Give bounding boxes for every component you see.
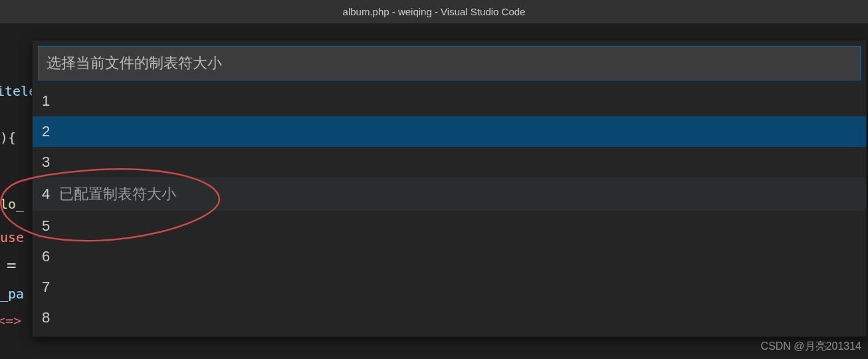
titlebar: album.php - weiqing - Visual Studio Code	[0, 0, 868, 23]
code-fragment: use	[0, 229, 24, 245]
code-fragment: itele	[0, 83, 32, 99]
quick-pick-list: 1234已配置制表符大小5678	[33, 86, 866, 336]
option-item-6[interactable]: 6	[33, 241, 866, 272]
quick-pick-input[interactable]: 选择当前文件的制表符大小	[38, 46, 861, 80]
option-label: 2	[42, 123, 50, 140]
option-label: 5	[42, 217, 50, 235]
option-item-1[interactable]: 1	[33, 86, 866, 116]
code-fragment: lo_	[0, 196, 24, 212]
option-label: 4	[42, 185, 50, 203]
option-label: 8	[42, 309, 50, 326]
code-fragment: <=>	[0, 312, 21, 328]
option-label: 3	[42, 154, 50, 171]
code-fragment: _pa	[0, 286, 24, 302]
option-description: 已配置制表符大小	[59, 184, 176, 204]
option-label: 1	[42, 92, 50, 110]
quick-pick-panel: 选择当前文件的制表符大小 1234已配置制表符大小5678	[32, 40, 867, 337]
option-item-3[interactable]: 3	[33, 147, 866, 178]
window-title: album.php - weiqing - Visual Studio Code	[343, 6, 526, 17]
option-label: 6	[42, 248, 50, 265]
option-item-7[interactable]: 7	[33, 272, 866, 302]
watermark: CSDN @月亮201314	[761, 340, 861, 354]
option-item-5[interactable]: 5	[33, 211, 866, 241]
option-item-2[interactable]: 2	[33, 116, 866, 147]
option-item-4[interactable]: 4已配置制表符大小	[33, 178, 866, 211]
code-fragment: ){	[0, 130, 16, 146]
code-fragment: =	[7, 256, 16, 275]
editor-background: itele ){ lo_ use = _pa <=>	[0, 23, 32, 359]
option-item-8[interactable]: 8	[33, 302, 866, 333]
option-label: 7	[42, 279, 50, 296]
